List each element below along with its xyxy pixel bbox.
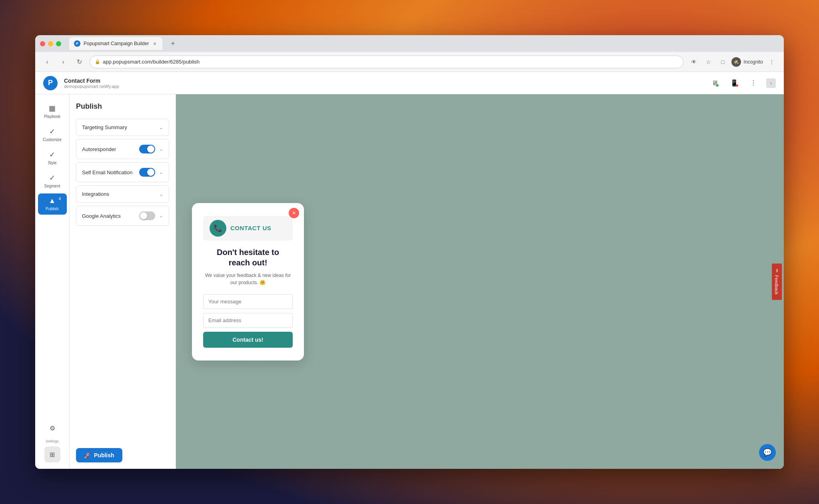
sidebar-item-style[interactable]: ✓ Style xyxy=(38,147,67,169)
message-input[interactable] xyxy=(203,294,293,309)
incognito-label: Incognito xyxy=(743,59,763,65)
browser-tab[interactable]: P Popupsmart Campaign Builder ✕ xyxy=(69,37,162,50)
google-analytics-right: ⌄ xyxy=(139,211,163,220)
customize-check-icon: ✓ xyxy=(49,127,55,136)
targeting-summary-right: ⌄ xyxy=(159,125,163,130)
app-title: Contact Form xyxy=(64,78,702,84)
accordion-google-analytics-header[interactable]: Google Analytics ⌄ xyxy=(76,206,169,225)
mobile-preview-icon[interactable]: 📱 xyxy=(728,77,741,90)
reload-button[interactable]: ↻ xyxy=(74,56,85,68)
sidebar-item-segment[interactable]: ✓ Segment xyxy=(38,170,67,192)
url-bar[interactable]: 🔒 app.popupsmart.com/builder/6285/publis… xyxy=(90,56,683,68)
sidebar-label-playbook: Playbook xyxy=(44,114,60,119)
browser-actions: 👁 ☆ □ 🕵 Incognito ⋮ xyxy=(688,56,777,68)
sidebar-label-publish: Publish xyxy=(46,207,59,211)
playbook-icon: ▦ xyxy=(49,104,56,113)
segment-check-icon: ✓ xyxy=(49,173,55,182)
publish-panel: Publish Targeting Summary ⌄ Autoresponde… xyxy=(70,94,176,469)
settings-icon[interactable]: ⚙ xyxy=(44,420,60,436)
accordion-self-email: Self Email Notification ⌄ xyxy=(76,162,169,182)
forward-button[interactable]: › xyxy=(58,56,69,68)
app-title-area: Contact Form demopopupsmart.netlify.app xyxy=(64,78,702,89)
popup-subtext: We value your feedback & new ideas for o… xyxy=(203,272,293,286)
fullscreen-button[interactable] xyxy=(56,41,61,46)
minimize-button[interactable] xyxy=(48,41,53,46)
feedback-tab[interactable]: ✏ Feedback xyxy=(772,263,782,300)
accordion-autoresponder-header[interactable]: Autoresponder ⌄ xyxy=(76,139,169,159)
close-x-icon: ✕ xyxy=(292,210,296,216)
tab-title: Popupsmart Campaign Builder xyxy=(84,41,149,46)
chat-button[interactable]: 💬 xyxy=(759,444,776,461)
bookmark-icon[interactable]: ☆ xyxy=(703,56,714,68)
panel-title: Publish xyxy=(76,102,169,111)
new-tab-button[interactable]: + xyxy=(167,38,178,49)
style-check-icon: ✓ xyxy=(49,150,55,159)
headline-line2: reach out! xyxy=(229,258,268,267)
google-analytics-toggle[interactable] xyxy=(139,211,155,220)
expand-icon[interactable]: › xyxy=(766,78,776,88)
autoresponder-label: Autoresponder xyxy=(82,146,116,152)
publish-button[interactable]: 🚀 Publish xyxy=(76,448,122,462)
publish-rocket-icon: 🚀 xyxy=(84,452,91,458)
contact-us-button[interactable]: Contact us! xyxy=(203,332,293,348)
close-button[interactable] xyxy=(40,41,45,46)
integrations-chevron: ⌄ xyxy=(159,191,163,197)
topbar-actions: 🖥 📱 ⋮ › xyxy=(709,77,776,90)
sidebar-label-customize: Customize xyxy=(43,137,62,142)
back-button[interactable]: ‹ xyxy=(42,56,53,68)
incognito-badge: 🕵 Incognito xyxy=(731,57,763,67)
google-analytics-chevron: ⌄ xyxy=(159,213,163,219)
self-email-toggle[interactable] xyxy=(139,168,155,177)
accordion-integrations-header[interactable]: Integrations ⌄ xyxy=(76,186,169,202)
extension-icon[interactable]: □ xyxy=(717,56,728,68)
tab-bar: P Popupsmart Campaign Builder ✕ + xyxy=(35,35,784,52)
self-email-label: Self Email Notification xyxy=(82,169,132,175)
autoresponder-toggle[interactable] xyxy=(139,145,155,153)
email-input[interactable] xyxy=(203,313,293,328)
contact-button-label: Contact us! xyxy=(233,337,264,343)
popup-contact-label: CONTACT US xyxy=(230,225,271,231)
app-content: P Contact Form demopopupsmart.netlify.ap… xyxy=(35,72,784,469)
self-email-right: ⌄ xyxy=(139,168,163,177)
accordion-integrations: Integrations ⌄ xyxy=(76,185,169,203)
accordion-targeting-summary: Targeting Summary ⌄ xyxy=(76,119,169,136)
url-text: app.popupsmart.com/builder/6285/publish xyxy=(103,59,200,65)
autoresponder-right: ⌄ xyxy=(139,145,163,153)
extensions-icon[interactable]: ⊞ xyxy=(44,446,60,462)
desktop-preview-icon[interactable]: 🖥 xyxy=(709,77,721,90)
accordion-targeting-summary-header[interactable]: Targeting Summary ⌄ xyxy=(76,119,169,135)
address-bar: ‹ › ↻ 🔒 app.popupsmart.com/builder/6285/… xyxy=(35,52,784,72)
accordion-self-email-header[interactable]: Self Email Notification ⌄ xyxy=(76,163,169,182)
tab-close-button[interactable]: ✕ xyxy=(152,41,158,46)
publish-icon: ▲ xyxy=(49,197,56,205)
lock-icon: 🔒 xyxy=(95,59,100,64)
accordion-autoresponder: Autoresponder ⌄ xyxy=(76,139,169,159)
more-menu-icon[interactable]: ⋮ xyxy=(747,77,760,90)
preview-area: ✕ 📞 CONTACT US Don't hesitate to reach o… xyxy=(176,94,784,469)
popup-close-button[interactable]: ✕ xyxy=(289,208,299,218)
sidebar-item-playbook[interactable]: ▦ Playbook xyxy=(38,101,67,122)
popup-card: ✕ 📞 CONTACT US Don't hesitate to reach o… xyxy=(192,203,304,361)
sidebar-bottom: ⚙ Settings ⊞ xyxy=(44,420,60,462)
app-topbar: P Contact Form demopopupsmart.netlify.ap… xyxy=(35,72,784,94)
app-subtitle: demopopupsmart.netlify.app xyxy=(64,84,702,89)
accordion-google-analytics: Google Analytics ⌄ xyxy=(76,206,169,226)
self-email-chevron: ⌄ xyxy=(159,169,163,175)
sidebar-item-customize[interactable]: ✓ Customize xyxy=(38,124,67,145)
sidebar: ▦ Playbook ✓ Customize ✓ Style ✓ Segment… xyxy=(35,94,70,469)
eye-off-icon: 👁 xyxy=(688,56,699,68)
headline-line1: Don't hesitate to xyxy=(217,248,279,257)
app-logo: P xyxy=(43,76,58,90)
targeting-summary-label: Targeting Summary xyxy=(82,124,127,130)
integrations-right: ⌄ xyxy=(159,191,163,197)
tab-favicon: P xyxy=(74,40,80,47)
phone-symbol: 📞 xyxy=(214,224,222,233)
sidebar-item-publish[interactable]: 4 ▲ Publish xyxy=(38,193,67,215)
integrations-label: Integrations xyxy=(82,191,109,197)
app-logo-letter: P xyxy=(48,79,53,87)
feedback-pencil-icon: ✏ xyxy=(774,269,779,273)
more-options-icon[interactable]: ⋮ xyxy=(766,56,777,68)
feedback-label: Feedback xyxy=(774,275,779,294)
google-analytics-label: Google Analytics xyxy=(82,213,121,219)
bottom-bar: 🚀 Publish xyxy=(70,448,129,462)
